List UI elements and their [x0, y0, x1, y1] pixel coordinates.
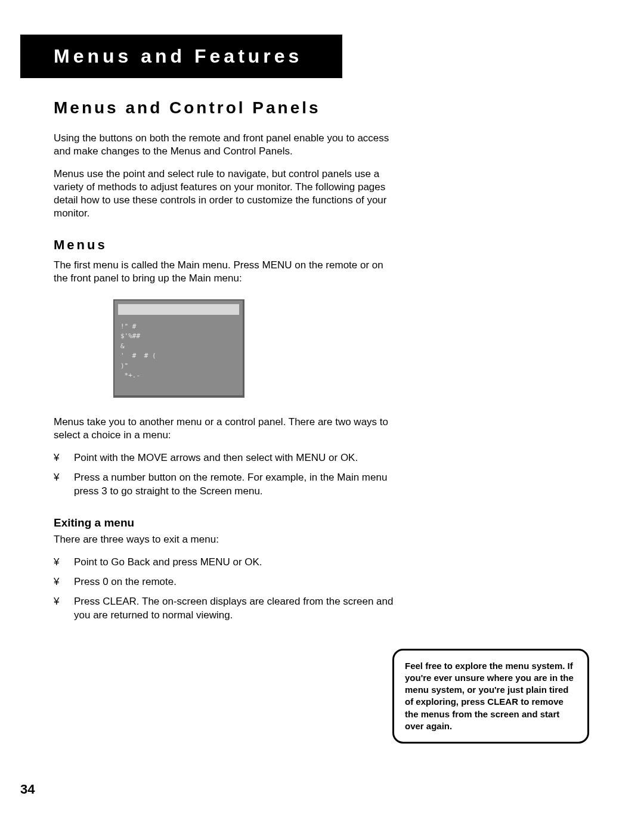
- tv-screen-mockup: !" # $'%## & ' # # ( )" *+.-: [113, 299, 244, 398]
- chapter-title: Menus and Features: [54, 45, 302, 67]
- menus-heading: Menus: [54, 237, 400, 253]
- menus-bullet-list: ¥ Point with the MOVE arrows and then se…: [54, 451, 400, 498]
- list-item: ¥ Point to Go Back and press MENU or OK.: [54, 556, 400, 569]
- chapter-title-bar: Menus and Features: [20, 35, 342, 78]
- tv-screen-titlebar: [118, 304, 239, 315]
- bullet-icon: ¥: [54, 556, 74, 569]
- bullet-text: Point with the MOVE arrows and then sele…: [74, 451, 400, 465]
- screenshot-figure: !" # $'%## & ' # # ( )" *+.-: [113, 299, 400, 398]
- page-content: Menus and Control Panels Using the butto…: [54, 98, 400, 623]
- tip-text: Feel free to explore the menu system. If…: [405, 661, 574, 731]
- intro-paragraph-2: Menus use the point and select rule to n…: [54, 168, 400, 220]
- bullet-text: Press a number button on the remote. For…: [74, 471, 400, 498]
- section-heading: Menus and Control Panels: [54, 98, 400, 117]
- exit-bullet-list: ¥ Point to Go Back and press MENU or OK.…: [54, 556, 400, 623]
- bullet-icon: ¥: [54, 451, 74, 465]
- page-number: 34: [20, 782, 35, 797]
- exiting-paragraph: There are three ways to exit a menu:: [54, 533, 400, 546]
- bullet-text: Point to Go Back and press MENU or OK.: [74, 556, 400, 569]
- bullet-text: Press 0 on the remote.: [74, 575, 400, 589]
- bullet-icon: ¥: [54, 471, 74, 498]
- tip-callout-box: Feel free to explore the menu system. If…: [392, 649, 589, 744]
- bullet-text: Press CLEAR. The on-screen displays are …: [74, 595, 400, 623]
- list-item: ¥ Press CLEAR. The on-screen displays ar…: [54, 595, 400, 623]
- list-item: ¥ Point with the MOVE arrows and then se…: [54, 451, 400, 465]
- manual-page: Menus and Features Menus and Control Pan…: [0, 0, 644, 833]
- exiting-heading: Exiting a menu: [54, 516, 400, 529]
- bullet-icon: ¥: [54, 575, 74, 589]
- intro-paragraph-1: Using the buttons on both the remote and…: [54, 132, 400, 158]
- list-item: ¥ Press a number button on the remote. F…: [54, 471, 400, 498]
- menus-paragraph-2: Menus take you to another menu or a cont…: [54, 416, 400, 442]
- bullet-icon: ¥: [54, 595, 74, 623]
- menus-paragraph-1: The first menu is called the Main menu. …: [54, 259, 400, 285]
- list-item: ¥ Press 0 on the remote.: [54, 575, 400, 589]
- tv-screen-menu-text: !" # $'%## & ' # # ( )" *+.-: [118, 322, 239, 381]
